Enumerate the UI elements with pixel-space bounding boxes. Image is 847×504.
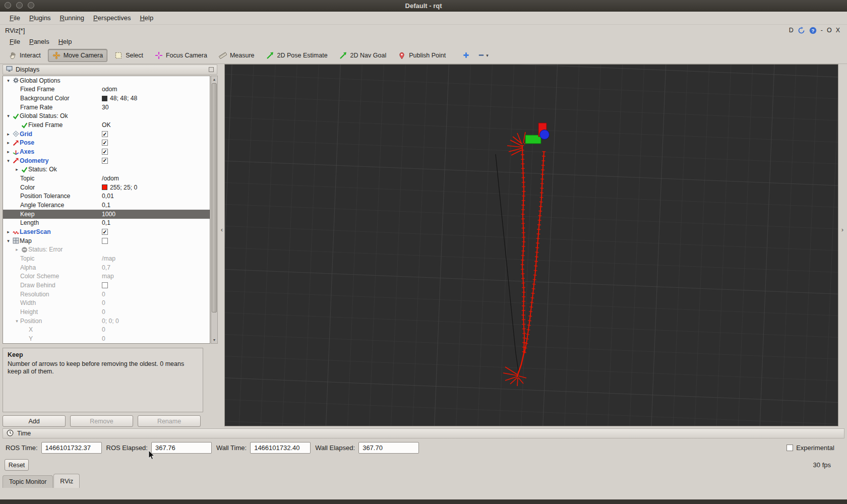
property-value[interactable]: OK [102,121,111,129]
reload-icon[interactable] [798,27,805,34]
ros-elapsed-input[interactable]: 367.76 [151,442,212,454]
menu-help[interactable]: Help [54,37,77,46]
tree-row-axes[interactable]: ▸Axes✓ [3,147,210,156]
tree-row-status-ok[interactable]: ▸Status: Ok [3,165,210,174]
expander-icon[interactable]: ▾ [5,113,12,118]
menu-plugins[interactable]: Plugins [25,13,55,23]
remove-button[interactable]: Remove [70,415,133,427]
experimental-toggle[interactable]: Experimental [786,444,841,452]
enable-checkbox[interactable]: ✓ [102,131,108,137]
tree-row-global-options[interactable]: ▾Global Options [3,76,210,85]
property-value[interactable]: 0 [102,335,105,342]
tree-row-length[interactable]: Length0,1 [3,219,210,228]
expander-icon[interactable]: ▾ [5,238,12,243]
dock-close-button[interactable]: X [836,27,840,34]
property-value[interactable]: 0,7 [102,264,110,271]
property-value[interactable]: ✓ [102,229,108,235]
tree-row-fixed-frame[interactable]: Fixed FrameOK [3,120,210,130]
property-value[interactable]: 0 [102,299,105,306]
tree-row-odometry[interactable]: ▾Odometry✓ [3,156,210,165]
tree-row-y[interactable]: Y0 [3,334,210,343]
window-minimize-button[interactable] [16,2,23,9]
window-close-button[interactable] [5,2,11,9]
tree-row-topic[interactable]: Topic/map [3,254,210,263]
tree-row-frame-rate[interactable]: Frame Rate30 [3,103,210,112]
dock-restore-button[interactable]: O [827,27,832,34]
dock-minimize-button[interactable]: - [821,27,823,34]
menu-panels[interactable]: Panels [25,37,54,46]
property-value[interactable]: 0,01 [102,193,114,200]
property-value[interactable]: 0 [102,326,105,333]
expander-icon[interactable]: ▸ [5,140,12,145]
panel-collapse-handle-right[interactable]: › [840,222,845,237]
add-button[interactable]: Add [3,415,66,427]
panel-collapse-handle-left[interactable]: ‹ [219,222,224,237]
tree-row-draw-behind[interactable]: Draw Behind [3,281,210,290]
property-value[interactable]: 0; 0; 0 [102,318,119,325]
enable-checkbox[interactable] [102,238,108,244]
window-maximize-button[interactable] [28,2,34,9]
property-value[interactable]: ✓ [102,131,108,137]
tree-row-x[interactable]: X0 [3,325,210,334]
property-value[interactable] [102,282,108,288]
property-value[interactable]: ✓ [102,149,108,155]
property-value[interactable] [102,238,108,244]
tree-row-laserscan[interactable]: ▸LaserScan✓ [3,227,210,236]
tree-row-topic[interactable]: Topic/odom [3,174,210,183]
property-value[interactable]: /odom [102,175,119,182]
rename-button[interactable]: Rename [138,415,201,427]
tree-row-background-color[interactable]: Background Color48; 48; 48 [3,94,210,103]
property-value[interactable]: 0 [102,308,105,316]
enable-checkbox[interactable]: ✓ [102,149,108,155]
tree-row-resolution[interactable]: Resolution0 [3,290,210,299]
expander-icon[interactable]: ▸ [5,149,12,154]
menu-running[interactable]: Running [55,13,89,23]
property-value[interactable]: odom [102,86,117,93]
tree-row-color[interactable]: Color255; 25; 0 [3,183,210,192]
enable-checkbox[interactable]: ✓ [102,158,108,164]
expander-icon[interactable]: ▸ [14,167,20,172]
property-value[interactable]: 255; 25; 0 [102,184,137,191]
tree-row-alpha[interactable]: Alpha0,7 [3,263,210,272]
expander-icon[interactable]: ▸ [5,229,12,234]
tab-topic-monitor[interactable]: Topic Monitor [3,475,53,488]
time-panel-titlebar[interactable]: Time [3,428,844,438]
tool-publish-point[interactable]: Publish Point [393,49,450,62]
expander-icon[interactable]: ▾ [5,158,12,163]
tool-select[interactable]: Select [110,49,148,62]
wall-time-input[interactable]: 1466101732.40 [250,442,311,454]
tool-measure[interactable]: Measure [214,49,259,62]
tool-interact[interactable]: Interact [4,49,45,62]
menu-perspectives[interactable]: Perspectives [89,13,135,23]
property-value[interactable]: 30 [102,104,109,111]
tool-2d-pose-estimate[interactable]: 2D Pose Estimate [262,49,332,62]
property-value[interactable]: 1000 [102,211,115,218]
tree-scrollbar[interactable]: ▲ ▼ [211,76,218,344]
property-value[interactable]: ✓ [102,158,108,164]
tree-row-pose[interactable]: ▸Pose✓ [3,139,210,148]
tree-row-position-tolerance[interactable]: Position Tolerance0,01 [3,192,210,201]
tool-move-camera[interactable]: Move Camera [48,49,108,62]
enable-checkbox[interactable]: ✓ [102,140,108,146]
tree-row-height[interactable]: Height0 [3,307,210,317]
displays-panel-titlebar[interactable]: Displays [3,65,217,75]
rviz-plugin-titlebar[interactable]: RViz[*] D ? - O X [0,25,847,36]
tree-row-grid[interactable]: ▸Grid✓ [3,130,210,139]
expander-icon[interactable]: ▾ [14,319,20,324]
3d-viewport[interactable] [224,64,838,426]
tree-row-position[interactable]: ▾Position0; 0; 0 [3,317,210,326]
property-value[interactable]: 48; 48; 48 [102,95,137,102]
expander-icon[interactable]: ▸ [14,247,20,252]
enable-checkbox[interactable] [102,282,108,288]
tool-2d-nav-goal[interactable]: 2D Nav Goal [335,49,391,62]
tree-row-keep[interactable]: Keep1000 [3,210,210,219]
window-titlebar[interactable]: Default - rqt [0,0,847,12]
property-value[interactable]: /map [102,255,115,262]
reset-button[interactable]: Reset [5,459,29,471]
tool-focus-camera[interactable]: Focus Camera [150,49,212,62]
tree-row-global-status-ok[interactable]: ▾Global Status: Ok [3,112,210,121]
menu-file[interactable]: File [5,37,25,46]
enable-checkbox[interactable]: ✓ [102,229,108,235]
scroll-down-icon[interactable]: ▼ [211,337,217,343]
menu-help[interactable]: Help [135,13,158,23]
